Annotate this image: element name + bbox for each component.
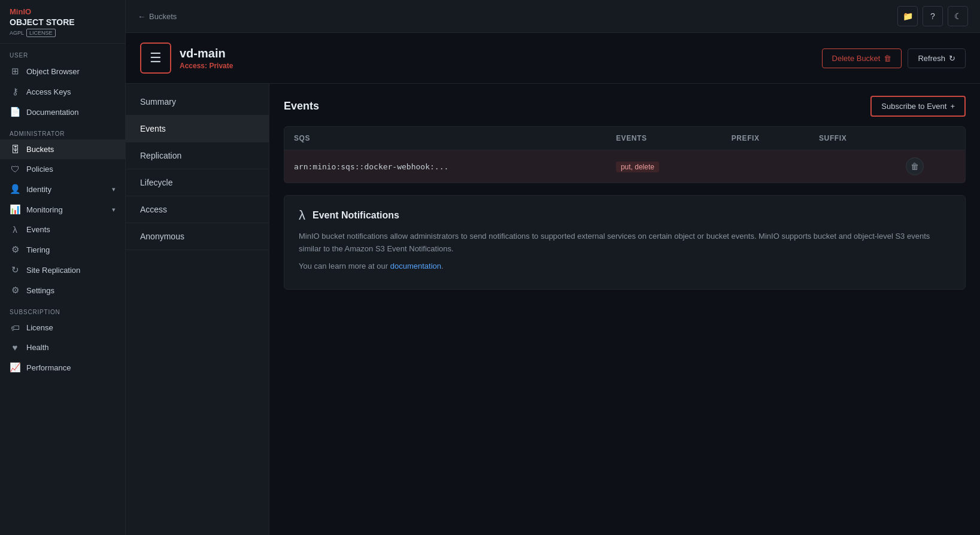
sidebar-label-monitoring: Monitoring [26,205,106,214]
back-to-buckets[interactable]: ← Buckets [138,12,177,21]
bucket-info: ☰ vd-main Access: Private [140,42,233,74]
sub-nav: Summary Events Replication Lifecycle Acc… [126,84,269,535]
sub-nav-anonymous[interactable]: Anonymous [126,223,269,250]
sidebar-item-access-keys[interactable]: ⚷ Access Keys [0,81,125,102]
sidebar: MinIO OBJECT STORE AGPL LICENSE User ⊞ O… [0,0,126,535]
folder-button[interactable]: 📁 [897,6,918,26]
theme-button[interactable]: ☾ [948,6,968,26]
bucket-icon-box: ☰ [140,42,171,74]
person-icon: 👤 [10,184,20,194]
notif-title: Event Notifications [312,210,399,221]
subscription-section-label: Subscription [0,300,125,318]
sqs-value: arn:minio:sqs::docker-webhook:... [284,150,606,183]
sidebar-item-monitoring[interactable]: 📊 Monitoring ▾ [0,199,125,220]
user-section-label: User [0,44,125,61]
sidebar-item-policies[interactable]: 🛡 Policies [0,159,125,179]
badge-icon: 🏷 [10,323,20,333]
table-row: arn:minio:sqs::docker-webhook:... put, d… [284,150,965,183]
delete-row-button[interactable]: 🗑 [906,157,924,175]
events-value: put, delete [606,150,722,183]
subscribe-to-event-button[interactable]: Subscribe to Event + [870,96,966,117]
bucket-header: ☰ vd-main Access: Private Delete Bucket … [126,33,980,84]
logo-license-badge: LICENSE [26,29,56,37]
grid-icon: ⊞ [10,66,20,77]
sidebar-item-identity[interactable]: 👤 Identity ▾ [0,179,125,199]
notif-text-2: You can learn more at our documentation. [299,260,951,273]
logo-product-text: OBJECT STORE [10,17,75,27]
sidebar-label-health: Health [26,343,116,352]
shield-icon: 🛡 [10,164,20,174]
back-label: Buckets [149,12,177,21]
logo-area: MinIO OBJECT STORE AGPL LICENSE [0,0,125,44]
plus-icon: + [950,102,955,111]
notif-documentation-link[interactable]: documentation [390,262,441,270]
bucket-details: vd-main Access: Private [180,47,233,70]
notif-header: λ Event Notifications [299,208,951,223]
sub-nav-access[interactable]: Access [126,196,269,223]
bucket-icon: 🗄 [10,144,20,154]
refresh-label: Refresh [918,54,945,63]
col-suffix: Suffix [809,127,896,150]
logo-agpl-text: AGPL [10,30,24,36]
sidebar-label-performance: Performance [26,363,116,372]
refresh-button[interactable]: Refresh ↻ [908,48,966,68]
health-icon: ♥ [10,342,20,352]
question-icon: ? [930,11,935,21]
sidebar-item-site-replication[interactable]: ↻ Site Replication [0,260,125,280]
sidebar-item-health[interactable]: ♥ Health [0,338,125,357]
lambda-icon: λ [10,224,20,235]
sub-nav-lifecycle[interactable]: Lifecycle [126,169,269,196]
delete-row-icon: 🗑 [911,162,919,171]
admin-section-label: Administrator [0,122,125,139]
bucket-actions: Delete Bucket 🗑 Refresh ↻ [822,48,966,68]
sidebar-label-policies: Policies [26,165,116,174]
notification-box: λ Event Notifications MinIO bucket notif… [284,195,966,290]
sidebar-label-identity: Identity [26,185,106,194]
bucket-access-label: Access: [180,62,207,70]
delete-bucket-label: Delete Bucket [832,54,881,63]
col-prefix: Prefix [722,127,809,150]
bucket-access: Access: Private [180,62,233,70]
main-content: ← Buckets 📁 ? ☾ ☰ vd-main Access: [126,0,980,535]
moon-icon: ☾ [954,11,962,21]
bucket-storage-icon: ☰ [150,50,162,66]
sub-nav-summary[interactable]: Summary [126,89,269,115]
monitor-icon: 📊 [10,204,20,215]
events-table-container: SQS Events Prefix Suffix arn:minio:sqs::… [284,126,966,183]
events-table: SQS Events Prefix Suffix arn:minio:sqs::… [284,127,965,183]
sub-nav-replication[interactable]: Replication [126,142,269,169]
chevron-down-icon-monitoring: ▾ [112,206,116,214]
topbar: ← Buckets 📁 ? ☾ [126,0,980,33]
events-title: Events [284,100,319,113]
replicate-icon: ↻ [10,265,20,275]
sidebar-label-settings: Settings [26,286,116,295]
gear-icon: ⚙ [10,285,20,296]
sidebar-item-performance[interactable]: 📈 Performance [0,357,125,378]
sub-nav-events[interactable]: Events [126,115,269,142]
doc-icon: 📄 [10,107,20,117]
col-events: Events [606,127,722,150]
bucket-name: vd-main [180,47,233,60]
sidebar-label-tiering: Tiering [26,245,116,254]
sidebar-item-settings[interactable]: ⚙ Settings [0,280,125,300]
topbar-icon-group: 📁 ? ☾ [897,6,968,26]
row-actions: 🗑 [896,150,965,183]
sidebar-item-buckets[interactable]: 🗄 Buckets [0,139,125,159]
help-button[interactable]: ? [923,6,943,26]
sidebar-item-license[interactable]: 🏷 License [0,318,125,338]
delete-bucket-button[interactable]: Delete Bucket 🗑 [822,48,902,68]
notif-lambda-icon: λ [299,208,305,223]
tier-icon: ⚙ [10,244,20,255]
notif-text-1: MinIO bucket notifications allow adminis… [299,230,951,256]
sidebar-item-object-browser[interactable]: ⊞ Object Browser [0,61,125,81]
prefix-value [722,150,809,183]
sidebar-item-events[interactable]: λ Events [0,220,125,239]
sidebar-label-site-replication: Site Replication [26,266,116,275]
col-actions [896,127,965,150]
sidebar-item-tiering[interactable]: ⚙ Tiering [0,239,125,260]
sidebar-item-documentation[interactable]: 📄 Documentation [0,102,125,122]
folder-icon: 📁 [903,11,913,21]
trash-icon: 🗑 [884,54,891,63]
col-sqs: SQS [284,127,606,150]
events-badge: put, delete [616,162,659,172]
